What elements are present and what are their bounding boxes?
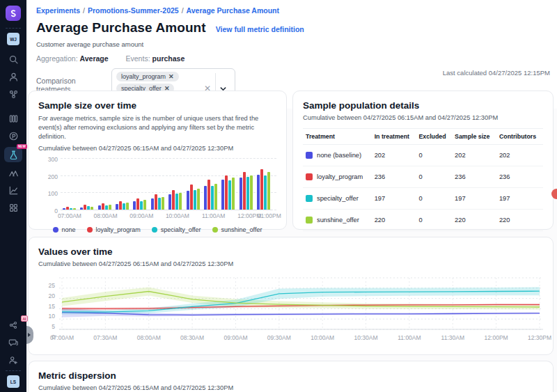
users-icon[interactable] bbox=[4, 70, 22, 84]
dispersion-card: Metric dispersion Cumulative between 04/… bbox=[28, 361, 554, 392]
bar-none bbox=[221, 180, 224, 210]
holdouts-icon[interactable] bbox=[4, 166, 22, 180]
pulse-icon[interactable] bbox=[4, 130, 22, 143]
values-line-chart[interactable]: 0510152025 07:00AM07:30AM08:00AM08:30AM0… bbox=[38, 274, 543, 343]
population-period: Cumulative between 04/27/2025 06:15AM an… bbox=[303, 114, 543, 121]
bar-none bbox=[116, 204, 118, 210]
bar-sunshine_offer bbox=[162, 197, 164, 210]
bar-loyalty_program bbox=[84, 205, 86, 210]
sample-size-card: Sample size over time For average metric… bbox=[28, 91, 287, 230]
sample-size-bar-chart[interactable]: 0100200300 bbox=[61, 159, 276, 210]
main-content: Experiments/Promotions-Summer-2025/Avera… bbox=[26, 0, 557, 392]
bar-none bbox=[240, 178, 242, 210]
legend-item[interactable]: specialty_offer bbox=[152, 226, 201, 233]
bar-group[interactable] bbox=[133, 198, 146, 210]
apps-icon[interactable] bbox=[4, 201, 22, 214]
sidebar-divider-bottom bbox=[6, 370, 21, 371]
bar-loyalty_program bbox=[243, 172, 246, 210]
bar-loyalty_program bbox=[207, 180, 210, 210]
events-value: purchase bbox=[152, 54, 185, 63]
bar-none bbox=[168, 194, 171, 210]
view-metric-definition-link[interactable]: View full metric definition bbox=[216, 25, 304, 33]
sample-size-period: Cumulative between 04/27/2025 06:15AM an… bbox=[38, 145, 276, 152]
values-card: Values over time Cumulative between 04/2… bbox=[28, 237, 554, 355]
bar-specialty_offer bbox=[246, 177, 249, 210]
bar-group[interactable] bbox=[187, 185, 200, 210]
bar-specialty_offer bbox=[264, 175, 267, 210]
legend-item[interactable]: sunshine_offer bbox=[212, 226, 262, 233]
bar-loyalty_program bbox=[225, 175, 228, 210]
breadcrumb-experiment[interactable]: Promotions-Summer-2025 bbox=[88, 6, 179, 15]
bar-sunshine_offer bbox=[126, 203, 129, 210]
breadcrumb-experiments[interactable]: Experiments bbox=[36, 6, 80, 15]
bar-sunshine_offer bbox=[267, 172, 270, 210]
bar-group[interactable] bbox=[63, 207, 76, 210]
bar-none bbox=[80, 207, 83, 210]
breadcrumb-metric[interactable]: Average Purchase Amount bbox=[187, 6, 279, 15]
experiments-icon[interactable]: NEW bbox=[4, 147, 22, 162]
table-header: Contributors bbox=[496, 129, 543, 145]
feature-gates-icon[interactable] bbox=[4, 112, 22, 125]
bar-sunshine_offer bbox=[214, 184, 217, 210]
bar-group[interactable] bbox=[168, 190, 182, 210]
segments-icon[interactable] bbox=[4, 88, 22, 101]
bar-specialty_offer bbox=[87, 206, 90, 210]
bar-group[interactable] bbox=[80, 205, 93, 210]
bar-none bbox=[204, 186, 207, 210]
last-calculated: Last calculated 04/27/2025 12:15PM bbox=[443, 69, 550, 77]
bar-group[interactable] bbox=[257, 169, 270, 210]
bar-sunshine_offer bbox=[73, 208, 76, 210]
values-period: Cumulative between 04/27/2025 06:15AM an… bbox=[38, 260, 543, 267]
workspace-avatar[interactable]: WJ bbox=[7, 33, 19, 45]
bar-none bbox=[257, 175, 260, 210]
treatment-chip[interactable]: loyalty_program✕ bbox=[116, 72, 179, 81]
ai-assistant-icon[interactable]: AI bbox=[4, 318, 22, 331]
search-icon[interactable] bbox=[4, 53, 22, 66]
bar-chart-x-axis: 07:00AM08:00AM09:00AM10:00AM11:00AM12:00… bbox=[61, 212, 276, 221]
bar-sunshine_offer bbox=[109, 205, 111, 210]
bar-specialty_offer bbox=[194, 190, 196, 210]
bar-group[interactable] bbox=[151, 194, 164, 210]
bar-group[interactable] bbox=[221, 175, 235, 210]
bar-loyalty_program bbox=[102, 203, 104, 210]
metric-description: Customer average purchase amount bbox=[36, 40, 547, 48]
ai-badge: AI bbox=[21, 315, 28, 322]
sample-size-description: For average metrics, sample size is the … bbox=[38, 114, 276, 141]
sample-size-title: Sample size over time bbox=[38, 100, 276, 111]
metrics-icon[interactable] bbox=[4, 184, 22, 197]
bar-group[interactable] bbox=[204, 180, 217, 210]
invite-icon[interactable] bbox=[4, 353, 22, 366]
sidebar-divider bbox=[6, 28, 21, 29]
bar-specialty_offer bbox=[158, 198, 161, 210]
bar-group[interactable] bbox=[98, 203, 111, 210]
bar-specialty_offer bbox=[175, 194, 178, 210]
sidebar: WJ NEW AI LS bbox=[0, 0, 26, 392]
bar-sunshine_offer bbox=[197, 189, 200, 210]
feedback-notch[interactable] bbox=[551, 189, 557, 199]
bar-group[interactable] bbox=[116, 201, 129, 210]
aggregation-row: Aggregation:Average Events:purchase bbox=[36, 54, 547, 63]
bar-loyalty_program bbox=[172, 190, 175, 210]
bar-sunshine_offer bbox=[232, 178, 235, 210]
bar-none bbox=[151, 198, 154, 210]
bar-group[interactable] bbox=[240, 172, 253, 210]
bar-none bbox=[133, 201, 136, 210]
chip-remove-icon[interactable]: ✕ bbox=[168, 73, 174, 80]
bar-chart-legend: noneloyalty_programspecialty_offersunshi… bbox=[38, 226, 276, 233]
new-badge: NEW bbox=[17, 144, 27, 149]
user-avatar[interactable]: LS bbox=[7, 375, 19, 388]
treatment-swatch bbox=[306, 217, 313, 224]
bar-sunshine_offer bbox=[179, 193, 182, 210]
bar-none bbox=[63, 208, 65, 210]
treatment-swatch bbox=[306, 152, 313, 159]
statsig-logo[interactable] bbox=[6, 6, 21, 21]
bar-loyalty_program bbox=[136, 198, 139, 210]
population-card: Sample population details Cumulative bet… bbox=[292, 91, 554, 230]
aggregation-value: Average bbox=[80, 54, 109, 63]
table-header: In treatment bbox=[372, 129, 416, 145]
legend-item[interactable]: loyalty_program bbox=[87, 226, 141, 233]
table-header: Treatment bbox=[303, 129, 372, 145]
legend-item[interactable]: none bbox=[53, 226, 76, 233]
population-title: Sample population details bbox=[303, 100, 543, 111]
support-icon[interactable] bbox=[4, 336, 22, 349]
